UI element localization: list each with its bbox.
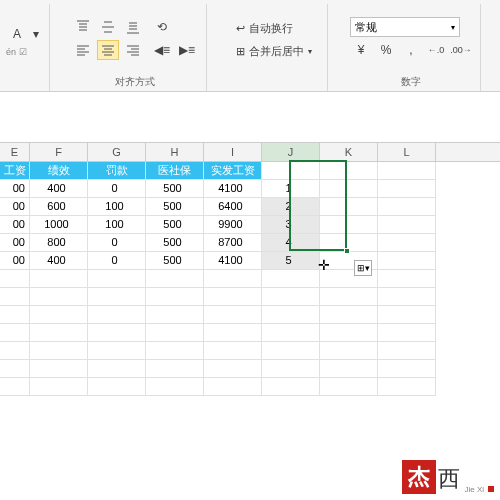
cell[interactable]: 100 xyxy=(88,198,146,216)
cell[interactable] xyxy=(146,306,204,324)
cell[interactable] xyxy=(30,306,88,324)
cell[interactable] xyxy=(320,198,378,216)
cell[interactable]: 4 xyxy=(262,234,320,252)
align-center-button[interactable] xyxy=(97,40,119,60)
align-bottom-button[interactable] xyxy=(122,17,144,37)
merge-center-button[interactable]: ⊞合并后居中▾ xyxy=(229,42,319,62)
cell[interactable]: 3 xyxy=(262,216,320,234)
align-left-button[interactable] xyxy=(72,40,94,60)
indent-button[interactable]: ▶≡ xyxy=(176,40,198,60)
cell[interactable]: 00 xyxy=(0,216,30,234)
cell[interactable] xyxy=(0,324,30,342)
cell[interactable] xyxy=(30,270,88,288)
cell[interactable] xyxy=(320,162,378,180)
cell[interactable] xyxy=(378,378,436,396)
align-middle-button[interactable] xyxy=(97,17,119,37)
cell[interactable] xyxy=(0,270,30,288)
cell[interactable] xyxy=(204,288,262,306)
cell[interactable]: 罚款 xyxy=(88,162,146,180)
col-header-F[interactable]: F xyxy=(30,143,88,161)
col-header-J[interactable]: J xyxy=(262,143,320,161)
cell[interactable]: 1000 xyxy=(30,216,88,234)
cell[interactable] xyxy=(30,378,88,396)
cell[interactable]: 600 xyxy=(30,198,88,216)
cell[interactable] xyxy=(146,360,204,378)
cell[interactable] xyxy=(378,162,436,180)
cell[interactable] xyxy=(378,270,436,288)
autofill-options-button[interactable]: ⊞▾ xyxy=(354,260,372,276)
cell[interactable] xyxy=(0,378,30,396)
cell[interactable] xyxy=(30,342,88,360)
cell[interactable] xyxy=(320,306,378,324)
cell[interactable] xyxy=(320,378,378,396)
cell[interactable]: 00 xyxy=(0,252,30,270)
cell[interactable]: 9900 xyxy=(204,216,262,234)
cell[interactable] xyxy=(262,162,320,180)
cell[interactable] xyxy=(88,270,146,288)
col-header-K[interactable]: K xyxy=(320,143,378,161)
font-color-button[interactable]: A xyxy=(6,24,28,44)
cell[interactable]: 500 xyxy=(146,180,204,198)
cell[interactable] xyxy=(262,306,320,324)
cell[interactable] xyxy=(262,288,320,306)
cell[interactable]: 医社保 xyxy=(146,162,204,180)
cell[interactable] xyxy=(320,324,378,342)
cell[interactable] xyxy=(378,360,436,378)
cell[interactable] xyxy=(262,342,320,360)
cell[interactable] xyxy=(378,324,436,342)
cell[interactable]: 0 xyxy=(88,234,146,252)
cell[interactable] xyxy=(378,216,436,234)
cell[interactable] xyxy=(88,342,146,360)
cell[interactable]: 500 xyxy=(146,198,204,216)
col-header-I[interactable]: I xyxy=(204,143,262,161)
cell[interactable] xyxy=(146,324,204,342)
cell[interactable]: 500 xyxy=(146,216,204,234)
cell[interactable]: 2 xyxy=(262,198,320,216)
cell[interactable] xyxy=(204,270,262,288)
cell[interactable]: 800 xyxy=(30,234,88,252)
cell[interactable] xyxy=(146,378,204,396)
cell[interactable] xyxy=(378,252,436,270)
cell[interactable] xyxy=(88,360,146,378)
align-top-button[interactable] xyxy=(72,17,94,37)
cell[interactable] xyxy=(378,198,436,216)
cell[interactable] xyxy=(378,306,436,324)
cell[interactable]: 0 xyxy=(88,252,146,270)
cell[interactable] xyxy=(30,288,88,306)
cell[interactable] xyxy=(0,288,30,306)
percent-button[interactable]: % xyxy=(375,40,397,60)
cell[interactable]: 00 xyxy=(0,234,30,252)
cell[interactable]: 500 xyxy=(146,252,204,270)
cell[interactable] xyxy=(204,324,262,342)
cell[interactable]: 500 xyxy=(146,234,204,252)
cell[interactable]: 100 xyxy=(88,216,146,234)
cell[interactable] xyxy=(378,288,436,306)
cell[interactable]: 绩效 xyxy=(30,162,88,180)
align-right-button[interactable] xyxy=(122,40,144,60)
currency-button[interactable]: ¥ xyxy=(350,40,372,60)
cell[interactable] xyxy=(204,360,262,378)
cell[interactable] xyxy=(204,306,262,324)
fill-handle[interactable] xyxy=(344,248,350,254)
cell[interactable] xyxy=(320,216,378,234)
cell[interactable]: 工资 xyxy=(0,162,30,180)
decrease-decimal-button[interactable]: .00→ xyxy=(450,40,472,60)
cell[interactable] xyxy=(320,288,378,306)
cell[interactable]: 400 xyxy=(30,180,88,198)
cell[interactable] xyxy=(146,288,204,306)
cell[interactable] xyxy=(262,378,320,396)
cell[interactable] xyxy=(320,360,378,378)
col-header-H[interactable]: H xyxy=(146,143,204,161)
cell[interactable] xyxy=(204,342,262,360)
cell[interactable] xyxy=(88,324,146,342)
cell[interactable] xyxy=(0,342,30,360)
cell[interactable] xyxy=(378,234,436,252)
cell[interactable] xyxy=(30,360,88,378)
col-header-L[interactable]: L xyxy=(378,143,436,161)
cell[interactable]: 6400 xyxy=(204,198,262,216)
cell[interactable] xyxy=(320,180,378,198)
cell[interactable] xyxy=(262,360,320,378)
cell[interactable]: 4100 xyxy=(204,180,262,198)
cell[interactable]: 1 xyxy=(262,180,320,198)
cell[interactable] xyxy=(262,270,320,288)
